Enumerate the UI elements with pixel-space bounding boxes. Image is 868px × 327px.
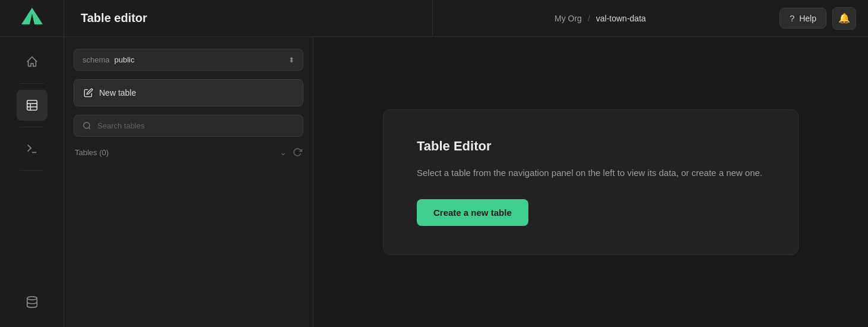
card-description: Select a table from the navigation panel…	[417, 166, 765, 180]
left-panel: schema public ⬍ New table Tables (0) ⌄	[64, 37, 313, 327]
svg-point-7	[84, 122, 90, 128]
schema-select[interactable]: schema public ⬍	[74, 49, 303, 71]
sidebar-divider-3	[20, 170, 44, 171]
tables-section-header: Tables (0) ⌄	[74, 145, 303, 159]
new-table-button[interactable]: New table	[74, 79, 303, 106]
header: Table editor My Org / val-town-data ? He…	[0, 0, 868, 37]
help-button[interactable]: ? Help	[780, 8, 826, 29]
svg-rect-1	[27, 100, 37, 111]
bell-icon: 🔔	[838, 12, 850, 24]
collapse-icon[interactable]: ⌄	[280, 147, 287, 157]
refresh-icon[interactable]	[293, 147, 302, 157]
sidebar-item-terminal[interactable]	[17, 133, 47, 164]
table-editor-card: Table Editor Select a table from the nav…	[383, 109, 799, 255]
edit-icon	[84, 88, 93, 98]
project-label: val-town-data	[596, 14, 646, 23]
help-label: Help	[799, 14, 816, 23]
tables-count-label: Tables (0)	[75, 148, 274, 157]
create-new-table-button[interactable]: Create a new table	[417, 199, 528, 226]
svg-point-6	[27, 297, 37, 300]
terminal-icon	[26, 142, 39, 155]
search-icon	[83, 121, 91, 130]
new-table-label: New table	[99, 88, 136, 98]
sidebar-divider-2	[20, 127, 44, 127]
header-actions: ? Help 🔔	[768, 7, 868, 30]
header-title-area: Table editor	[64, 0, 433, 36]
card-title: Table Editor	[417, 139, 765, 154]
sidebar-item-home[interactable]	[17, 46, 47, 77]
icon-sidebar	[0, 37, 64, 327]
sidebar-item-table-editor[interactable]	[17, 90, 47, 121]
svg-marker-0	[21, 8, 43, 24]
create-button-label: Create a new table	[433, 207, 512, 218]
table-icon	[26, 99, 39, 112]
search-input[interactable]	[97, 121, 294, 130]
breadcrumb-separator: /	[588, 14, 590, 23]
right-panel: Table Editor Select a table from the nav…	[313, 37, 868, 327]
search-bar	[74, 115, 303, 137]
home-icon	[26, 55, 39, 68]
svg-line-8	[88, 127, 90, 129]
chevron-up-down-icon: ⬍	[289, 56, 294, 64]
help-circle-icon: ?	[790, 13, 794, 23]
schema-value: public	[115, 55, 284, 64]
main-body: schema public ⬍ New table Tables (0) ⌄	[0, 37, 868, 327]
sidebar-divider-1	[20, 83, 44, 84]
logo-area	[0, 0, 64, 36]
page-title: Table editor	[81, 11, 147, 25]
app-logo	[21, 8, 43, 29]
notifications-button[interactable]: 🔔	[832, 7, 856, 30]
sidebar-item-database[interactable]	[17, 287, 47, 317]
breadcrumb: My Org / val-town-data	[433, 14, 768, 23]
database-icon	[26, 295, 39, 309]
org-label: My Org	[555, 14, 582, 23]
schema-label: schema	[83, 55, 110, 64]
